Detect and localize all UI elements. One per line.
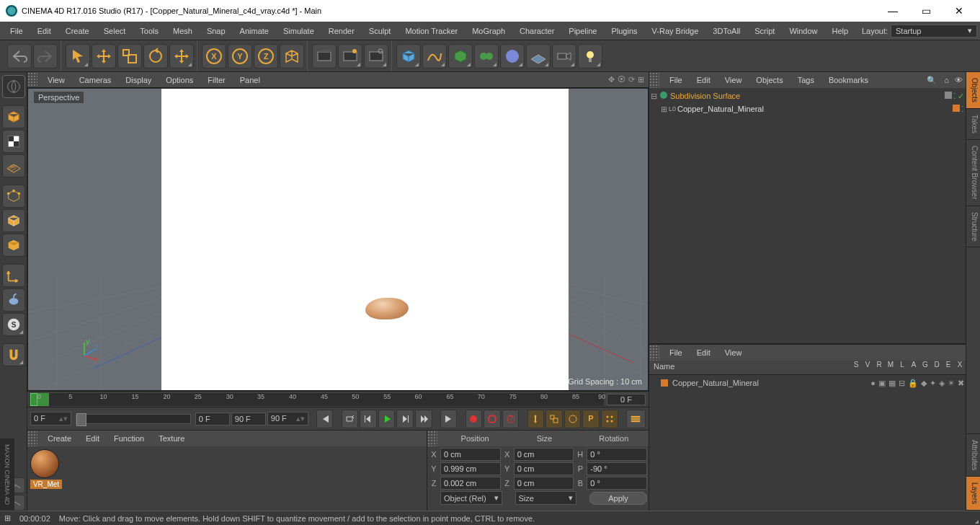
pos-z[interactable]: 0.002 cm xyxy=(440,477,501,490)
attr-menu-file[interactable]: File xyxy=(662,346,690,359)
minimize-button[interactable]: — xyxy=(878,1,908,20)
attr-menu-edit[interactable]: Edit xyxy=(690,346,718,359)
material-item[interactable]: VR_Met xyxy=(30,449,62,508)
make-editable[interactable] xyxy=(2,75,25,98)
key-pla[interactable] xyxy=(601,410,618,428)
vp-menu-panel[interactable]: Panel xyxy=(233,74,267,87)
obj-menu-file[interactable]: File xyxy=(662,74,690,87)
menu-render[interactable]: Render xyxy=(321,24,362,38)
layer-color-icon[interactable] xyxy=(661,379,668,387)
object-tree[interactable]: ⊟ Subdivision Surface ⁚ ✓ ⊞ L0 Copper_Na… xyxy=(649,88,966,343)
rot-p[interactable]: -90 ° xyxy=(587,462,647,475)
size-z[interactable]: 0 cm xyxy=(514,477,574,490)
pos-y[interactable]: 0.999 cm xyxy=(440,462,501,475)
obj-home-icon[interactable]: ⌂ xyxy=(941,76,952,84)
inner-start[interactable]: 0 F xyxy=(195,412,230,425)
coord-mode-dropdown[interactable]: Object (Rel)▾ xyxy=(440,491,502,505)
vp-menu-display[interactable]: Display xyxy=(118,74,159,87)
goto-start[interactable] xyxy=(316,410,334,428)
side-tab-layers[interactable]: Layers xyxy=(966,477,980,511)
apply-button[interactable]: Apply xyxy=(589,492,647,505)
menu-pipeline[interactable]: Pipeline xyxy=(561,24,604,38)
current-frame[interactable]: 0 F xyxy=(607,394,646,405)
maximize-button[interactable]: ▭ xyxy=(911,1,941,20)
panel-grip[interactable] xyxy=(427,431,437,446)
model-mode[interactable] xyxy=(2,105,25,128)
mat-menu-create[interactable]: Create xyxy=(40,432,79,445)
menu-mesh[interactable]: Mesh xyxy=(166,24,200,38)
rot-b[interactable]: 0 ° xyxy=(587,477,647,490)
layer-color-icon[interactable] xyxy=(945,92,952,99)
panel-grip[interactable] xyxy=(649,72,659,88)
layer-row[interactable]: Copper_Natural_Mineral ● ▣ ▦ ⊟ 🔒 ◆ ✦ ◈ ☀… xyxy=(651,376,964,389)
menu-character[interactable]: Character xyxy=(512,24,561,38)
panel-grip[interactable] xyxy=(27,72,37,87)
menu-file[interactable]: File xyxy=(3,24,30,38)
obj-menu-tags[interactable]: Tags xyxy=(790,74,821,87)
panel-grip[interactable] xyxy=(27,431,37,446)
render-settings[interactable] xyxy=(364,44,388,69)
key-param[interactable]: P xyxy=(582,410,600,428)
y-axis-lock[interactable]: Y xyxy=(228,44,252,69)
magnet-tool[interactable] xyxy=(2,343,25,366)
vp-nav-move-icon[interactable]: ✥ xyxy=(608,75,615,84)
workplane-mode[interactable] xyxy=(2,154,25,177)
menu-sculpt[interactable]: Sculpt xyxy=(362,24,398,38)
texture-mode[interactable] xyxy=(2,130,25,153)
menu-create[interactable]: Create xyxy=(58,24,97,38)
layer-flag-g[interactable]: ✦ xyxy=(930,379,936,388)
goto-end[interactable] xyxy=(440,410,458,428)
keyframe-sel[interactable]: ? xyxy=(502,410,520,428)
menu-window[interactable]: Window xyxy=(782,24,824,38)
rotate-tool[interactable] xyxy=(143,44,168,69)
add-cube[interactable] xyxy=(396,44,421,69)
axis-tool[interactable] xyxy=(2,264,25,287)
obj-menu-edit[interactable]: Edit xyxy=(690,74,718,87)
add-light[interactable] xyxy=(578,44,602,69)
add-spline[interactable] xyxy=(422,44,447,69)
obj-eye-icon[interactable]: 👁 xyxy=(952,76,966,84)
layer-flag-m[interactable]: ⊟ xyxy=(899,379,905,388)
menu-help[interactable]: Help xyxy=(825,24,856,38)
pos-x[interactable]: 0 cm xyxy=(440,448,501,461)
material-preview[interactable] xyxy=(30,449,59,478)
obj-search-icon[interactable]: 🔍 xyxy=(922,76,941,85)
side-tab-content-browser[interactable]: Content Browser xyxy=(966,140,980,206)
play-button[interactable] xyxy=(378,410,396,428)
menu-motion-tracker[interactable]: Motion Tracker xyxy=(398,24,465,38)
vp-menu-options[interactable]: Options xyxy=(159,74,200,87)
timeline-lock-icon[interactable] xyxy=(30,393,37,406)
add-camera[interactable] xyxy=(552,44,576,69)
enable-check[interactable]: ✓ xyxy=(958,92,964,101)
tree-label[interactable]: Subdivision Surface xyxy=(670,92,740,100)
layer-color-icon[interactable] xyxy=(953,105,960,112)
menu-plugins[interactable]: Plugins xyxy=(604,24,644,38)
obj-menu-view[interactable]: View xyxy=(718,74,749,87)
undo-button[interactable] xyxy=(7,44,32,69)
menu-edit[interactable]: Edit xyxy=(30,24,58,38)
inner-end[interactable]: 90 F xyxy=(231,412,266,425)
autokey-button[interactable] xyxy=(484,410,501,428)
visibility-dots[interactable]: ⁚ xyxy=(953,92,956,101)
add-generator[interactable] xyxy=(448,44,473,69)
menu-3dtoall[interactable]: 3DToAll xyxy=(705,24,747,38)
layer-flag-l[interactable]: 🔒 xyxy=(908,379,918,388)
add-environment[interactable] xyxy=(500,44,525,69)
mat-menu-texture[interactable]: Texture xyxy=(151,432,192,445)
range-start[interactable]: 0 F▴▾ xyxy=(30,412,71,425)
size-x[interactable]: 0 cm xyxy=(514,448,574,461)
menu-select[interactable]: Select xyxy=(97,24,133,38)
menu-vray-bridge[interactable]: V-Ray Bridge xyxy=(645,24,706,38)
coord-system[interactable] xyxy=(280,44,304,69)
menu-script[interactable]: Script xyxy=(747,24,782,38)
vp-nav-rotate-icon[interactable]: ⟳ xyxy=(628,75,635,84)
layer-flag-a[interactable]: ◆ xyxy=(921,379,927,388)
obj-menu-objects[interactable]: Objects xyxy=(749,74,790,87)
layer-name[interactable]: Copper_Natural_Mineral xyxy=(672,379,759,387)
timeline-mode[interactable] xyxy=(626,410,646,428)
rot-h[interactable]: 0 ° xyxy=(587,448,647,461)
tree-row[interactable]: ⊞ L0 Copper_Natural_Mineral ⁚ xyxy=(651,102,964,115)
size-y[interactable]: 0 cm xyxy=(514,462,574,475)
tree-label[interactable]: Copper_Natural_Mineral xyxy=(677,105,764,113)
tweak-mode[interactable] xyxy=(2,288,25,312)
